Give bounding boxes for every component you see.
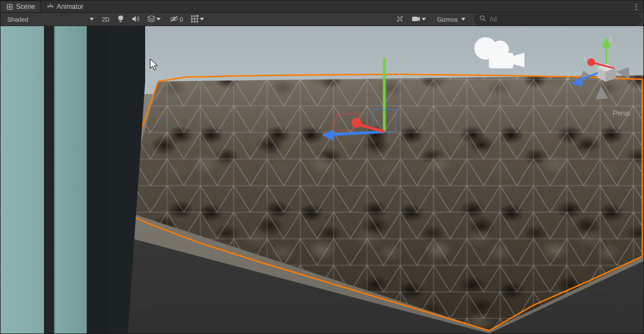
grid-dropdown-button[interactable] [187, 14, 209, 25]
wall-pillar [44, 26, 54, 333]
chevron-down-icon [199, 18, 205, 21]
scene-search-field[interactable] [474, 14, 641, 25]
speaker-icon [132, 16, 140, 23]
lighting-toggle-button[interactable] [114, 14, 127, 25]
audio-toggle-button[interactable] [128, 14, 143, 25]
hidden-objects-button[interactable]: 0 [166, 14, 186, 25]
camera-gizmo-icon [472, 36, 526, 71]
scene-toolbar: Shaded 2D 0 Gizmos [1, 13, 643, 26]
axis-y-label: y [609, 34, 612, 42]
tab-animator-label: Animator [57, 3, 83, 11]
scene-tab-icon [6, 3, 13, 11]
chevron-down-icon [88, 18, 95, 21]
tab-bar: Scene Animator ⋮ [1, 1, 643, 13]
scene-window: Scene Animator ⋮ Shaded 2D 0 [0, 0, 644, 334]
shading-mode-label: Shaded [7, 16, 28, 23]
search-icon [479, 15, 486, 23]
svg-point-45 [587, 58, 595, 66]
fx-dropdown-button[interactable] [144, 14, 165, 25]
hidden-count: 0 [180, 16, 183, 23]
grid-snap-icon [191, 15, 199, 24]
camera-icon [412, 16, 420, 23]
gizmos-label: Gizmos [437, 16, 458, 23]
projection-label[interactable]: Persp [613, 109, 630, 117]
eye-off-icon [170, 16, 179, 23]
2d-toggle-button[interactable]: 2D [98, 14, 113, 25]
chevron-down-icon [155, 18, 162, 21]
svg-line-20 [484, 19, 486, 21]
svg-marker-36 [616, 67, 629, 78]
scene-search-input[interactable] [489, 16, 636, 23]
svg-marker-47 [571, 76, 582, 86]
gizmos-dropdown-button[interactable]: Gizmos [432, 14, 470, 25]
svg-rect-35 [489, 53, 513, 68]
animator-tab-icon [47, 3, 54, 10]
wall-object[interactable] [1, 26, 145, 333]
tab-bar-spacer [89, 1, 629, 12]
svg-point-6 [48, 6, 49, 7]
chevron-down-icon [460, 18, 467, 21]
svg-point-19 [480, 16, 484, 20]
2d-label: 2D [102, 16, 110, 23]
svg-rect-18 [412, 17, 418, 21]
orientation-gizmo[interactable]: y x z [563, 33, 636, 105]
window-menu-button[interactable]: ⋮ [629, 1, 643, 12]
tab-scene-label: Scene [16, 3, 35, 11]
tools-button[interactable] [393, 14, 407, 25]
tools-icon [396, 15, 404, 24]
tab-animator[interactable]: Animator [41, 1, 89, 12]
chevron-down-icon [420, 18, 427, 21]
camera-dropdown-button[interactable] [408, 14, 430, 25]
layers-icon [147, 16, 155, 23]
tab-scene[interactable]: Scene [1, 1, 41, 12]
svg-marker-37 [596, 86, 608, 99]
lightbulb-icon [117, 15, 124, 24]
axis-z-label: z [567, 73, 570, 81]
axis-x-label: x [583, 54, 587, 62]
svg-point-7 [52, 6, 53, 7]
shading-mode-dropdown[interactable]: Shaded [3, 14, 97, 25]
wall-pillar [87, 26, 109, 333]
scene-viewport[interactable]: y x z Persp [1, 26, 643, 333]
